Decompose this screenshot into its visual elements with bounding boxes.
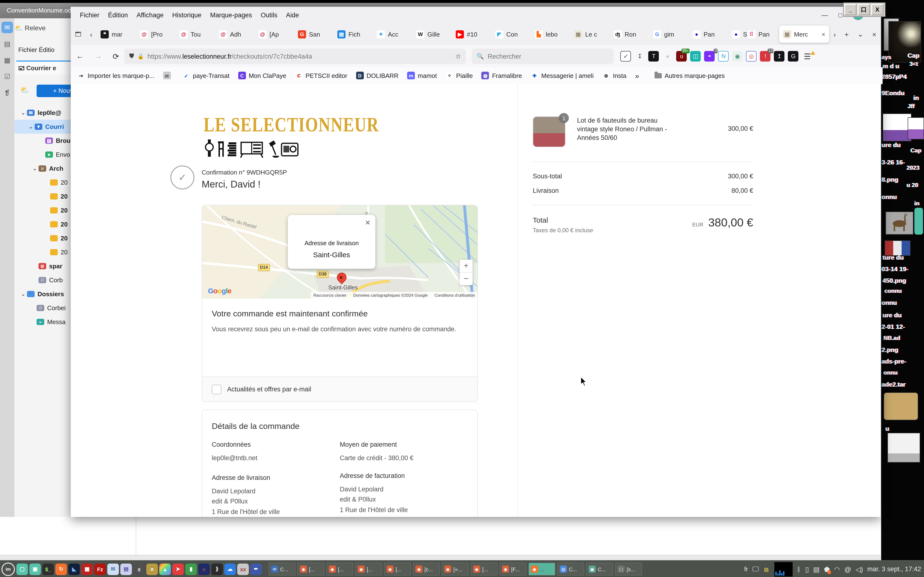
taskbar-launcher-icon[interactable]: ∩ — [198, 563, 210, 575]
bookmark-item[interactable]: æ — [158, 72, 178, 79]
taskbar-clock[interactable]: mar. 3 sept., 17:42 — [867, 566, 921, 573]
browser-tab[interactable]: ❝ mar — [97, 26, 136, 43]
taskbar-launcher-icon[interactable]: ◣ — [68, 563, 80, 575]
folder-row[interactable]: 20 — [15, 176, 71, 189]
battery-icon[interactable]: ▯ — [805, 565, 809, 573]
extension-icon[interactable]: T — [648, 51, 659, 61]
tab-scroll-left-icon[interactable]: ‹ — [86, 30, 97, 38]
desktop-file-label[interactable]: 03-14 19- — [882, 266, 908, 272]
desktop-file-label[interactable]: Cap — [911, 147, 921, 154]
extension-icon[interactable]: ● — [662, 51, 673, 61]
desktop-file-label[interactable]: ure du — [882, 141, 901, 148]
desktop-file-label[interactable]: ade2.tar — [882, 381, 906, 388]
back-button[interactable]: ← — [71, 52, 89, 61]
zoom-in-button[interactable]: + — [460, 259, 473, 272]
shield-icon[interactable]: ⬟ — [824, 565, 830, 573]
bookmark-item[interactable]: D DOLIBARR — [352, 72, 403, 79]
taskbar-window-button[interactable]: ◉ [«... — [442, 562, 469, 575]
taskbar-window-button[interactable]: ◉ [c... — [413, 562, 440, 575]
taskbar-window-button[interactable]: ▣ C... — [586, 562, 613, 575]
folder-row[interactable]: ♲ Corb — [15, 273, 71, 287]
teal-file-thumbnail[interactable] — [914, 208, 923, 235]
desktop-file-label[interactable]: 2023 — [907, 164, 919, 171]
addressbook-icon[interactable]: ▤ — [2, 38, 13, 50]
volume-icon[interactable]: ◁) — [855, 565, 863, 573]
menu-fichier[interactable]: Fichier — [76, 11, 104, 19]
google-logo[interactable]: Google — [208, 287, 231, 295]
browser-tab[interactable]: ▤ Fich — [333, 26, 373, 43]
bookmark-star-icon[interactable]: ☆ — [455, 52, 461, 60]
taskbar-window-button[interactable]: ◉ ... — [528, 562, 556, 575]
active-tab[interactable]: ▦ Merc × — [779, 26, 829, 43]
desktop-file-label[interactable]: u — [885, 425, 889, 432]
taskbar-launcher-icon[interactable]: Fz — [94, 563, 106, 575]
bluetooth-icon[interactable]: ᛒ — [797, 565, 801, 573]
deer-image-thumbnail[interactable] — [885, 211, 913, 235]
taskbar-launcher-icon[interactable]: ▤ — [120, 563, 132, 575]
clipboard-icon[interactable]: ▤ — [813, 565, 819, 573]
browser-tab[interactable]: ▙ lebo — [531, 26, 570, 43]
taskbar-launcher-icon[interactable]: ➤ — [172, 563, 184, 575]
taskbar-launcher-icon[interactable]: lm — [2, 562, 15, 576]
folder-row[interactable]: ▤ Brou — [15, 134, 71, 148]
menu-affichage[interactable]: Affichage — [132, 11, 168, 19]
screenshot-thumbnail[interactable] — [887, 433, 920, 463]
list-tabs-icon[interactable]: ⌄ — [853, 30, 868, 39]
wifi-icon[interactable]: ◠ — [834, 565, 840, 573]
menu-aide[interactable]: Aide — [281, 11, 303, 19]
search-input[interactable]: 🔍 Rechercher — [472, 48, 614, 64]
system-monitor-graph[interactable] — [774, 562, 793, 576]
desktop-file-label[interactable]: ays — [882, 54, 891, 61]
browser-tab[interactable]: ● Pan — [689, 26, 728, 43]
desktop-file-label[interactable]: 2857µP4 — [882, 73, 907, 80]
desktop-file-label[interactable]: Jff — [908, 103, 914, 110]
taskbar-launcher-icon[interactable]: ✒ — [250, 563, 262, 575]
folder-row[interactable]: ⊘ spar — [15, 259, 71, 273]
taskbar-launcher-icon[interactable]: ± — [133, 563, 145, 575]
desktop-file-label[interactable]: connu — [885, 287, 902, 294]
bookmark-item[interactable]: Ȼ PETSCII editor — [291, 72, 352, 79]
folder-row[interactable]: ♲ Corbei — [15, 301, 71, 315]
browser-tab[interactable]: ʤ Ron — [610, 26, 649, 43]
browser-tab[interactable]: G gim — [649, 26, 689, 43]
taskbar-launcher-icon[interactable]: ✉ — [107, 563, 119, 575]
taskbar-launcher-icon[interactable]: ▣ — [29, 563, 41, 575]
taskbar-launcher-icon[interactable]: ☁ — [224, 563, 236, 575]
mail-icon[interactable]: ✉ — [2, 22, 13, 33]
folder-row[interactable]: ⌄ ≡ Arch — [15, 161, 71, 176]
folder-row[interactable]: ➤ Envo — [15, 148, 71, 161]
taskbar-launcher-icon[interactable]: ▮ — [185, 563, 197, 575]
bookmark-item[interactable]: ➶ paye-Transat — [178, 72, 234, 79]
bookmark-item[interactable]: ✚ Messagerie | ameli — [526, 72, 598, 79]
tasks-icon[interactable]: ☑ — [2, 71, 13, 82]
taskbar-window-button[interactable]: ◉ [... — [355, 562, 382, 575]
desktop-file-label[interactable]: 2.png — [882, 346, 898, 353]
taskbar-window-button[interactable]: ▢ [s... — [615, 562, 642, 575]
bookmark-item[interactable]: m mamot — [403, 72, 441, 79]
tabbar-close-icon[interactable]: × — [868, 30, 881, 38]
window-minimize-button[interactable]: — — [822, 11, 828, 19]
folder-row[interactable]: 20 — [15, 203, 71, 218]
map-shortcuts-link[interactable]: Raccourcis clavier — [313, 293, 347, 298]
extension-icon[interactable]: ◎ — [746, 51, 757, 61]
folder-row[interactable]: ⌄ Dossiers — [15, 287, 71, 301]
url-bar[interactable]: ⛊ 🔒 https://www.leselectionneur.fr/check… — [124, 48, 466, 64]
extension-icon[interactable]: ↥ — [774, 51, 785, 61]
desktop-file-label[interactable]: NB.ad — [884, 335, 900, 342]
desktop-file-label[interactable]: 450.png — [883, 277, 906, 284]
desktop-webpage-thumbnail[interactable] — [908, 117, 924, 139]
thunderbird-mail-tab[interactable]: 🖃 Courrier e — [16, 61, 71, 74]
extension-icon[interactable]: ◓ 0 — [704, 51, 715, 61]
browser-tab[interactable]: W Gille — [412, 26, 452, 43]
taskbar-launcher-icon[interactable]: ¤ — [146, 563, 158, 575]
folder-row[interactable]: 20 — [15, 245, 71, 259]
notes-icon[interactable]: 🗈 — [763, 565, 770, 573]
desktop-file-label[interactable]: onnu — [882, 299, 897, 306]
browser-tab[interactable]: ▦ Le c — [570, 26, 610, 43]
desktop-file-label[interactable]: 9Eondu — [882, 89, 905, 97]
new-tab-button[interactable]: + — [840, 30, 853, 38]
extension-icon[interactable]: N — [718, 51, 729, 61]
window-maximize-button[interactable]: □ — [838, 11, 842, 19]
tab-scroll-right-icon[interactable]: › — [829, 30, 840, 38]
extension-icon[interactable]: ✓ — [620, 51, 631, 61]
